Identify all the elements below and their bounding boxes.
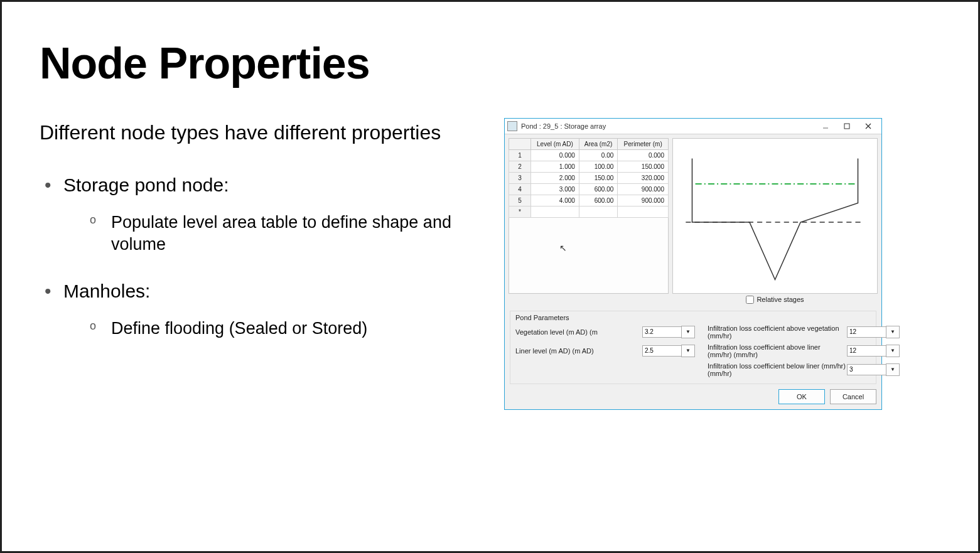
col-level: Level (m AD) [531, 139, 579, 150]
infiltration-below-liner-input[interactable] [847, 364, 887, 375]
pond-parameters-title: Pond Parameters [515, 314, 871, 321]
storage-table-wrap: Level (m AD) Area (m2) Perimeter (m) 1 0… [509, 138, 669, 306]
slide: Node Properties Different node types hav… [0, 0, 980, 553]
infiltration-above-liner-dropdown[interactable]: ▼ [886, 345, 900, 357]
ok-button[interactable]: OK [778, 389, 825, 404]
infiltration-above-liner-label: Infiltration loss coefficient above line… [708, 343, 846, 358]
maximize-button[interactable] [836, 120, 858, 132]
col-area: Area (m2) [579, 139, 617, 150]
liner-level-input[interactable] [642, 345, 682, 357]
infiltration-above-veg-label: Infiltration loss coefficient above vege… [708, 325, 846, 340]
col-rownum [509, 139, 531, 150]
infiltration-above-veg-dropdown[interactable]: ▼ [886, 326, 900, 338]
infiltration-above-liner-input[interactable] [847, 345, 887, 357]
pond-cross-section-graph [672, 138, 878, 294]
infiltration-below-liner-dropdown[interactable]: ▼ [886, 363, 900, 376]
vegetation-level-input[interactable] [642, 326, 682, 338]
text-column: Node Properties Different node types hav… [40, 27, 504, 526]
dialog-button-row: OK Cancel [505, 384, 881, 409]
pond-parameters-group: Pond Parameters Vegetation level (m AD) … [510, 311, 876, 384]
intro-text: Different node types have different prop… [40, 120, 504, 146]
liner-level-label: Liner level (m AD) (m AD) [515, 347, 641, 355]
table-row[interactable]: 3 2.000 150.00 320.000 [509, 173, 669, 184]
sub-bullet-flooding: Define flooding (Sealed or Stored) [63, 318, 504, 340]
liner-level-dropdown[interactable]: ▼ [681, 345, 695, 357]
vegetation-level-label: Vegetation level (m AD) (m [515, 328, 641, 336]
minimize-button[interactable] [815, 120, 836, 132]
dialog-title: Pond : 29_5 : Storage array [521, 122, 815, 130]
vegetation-level-dropdown[interactable]: ▼ [681, 326, 695, 338]
cursor-icon: ↖ [559, 243, 567, 253]
bullet-manholes-label: Manholes: [63, 281, 150, 301]
relative-stages-label: Relative stages [757, 296, 804, 303]
sub-bullet-populate: Populate level area table to define shap… [63, 212, 504, 255]
dialog-titlebar: Pond : 29_5 : Storage array [505, 119, 881, 134]
app-icon [507, 121, 517, 131]
relative-stages-checkbox[interactable] [746, 296, 754, 304]
bullet-storage-pond: Storage pond node: Populate level area t… [40, 174, 504, 255]
table-row-new[interactable]: * [509, 207, 669, 218]
table-row[interactable]: 1 0.000 0.00 0.000 [509, 150, 669, 161]
infiltration-above-veg-input[interactable] [847, 326, 887, 338]
storage-array-dialog: Pond : 29_5 : Storage array [504, 118, 882, 410]
cancel-button[interactable]: Cancel [830, 389, 876, 404]
storage-table[interactable]: Level (m AD) Area (m2) Perimeter (m) 1 0… [509, 138, 669, 218]
svg-rect-1 [844, 124, 849, 129]
col-perim: Perimeter (m) [618, 139, 669, 150]
dialog-column: Pond : 29_5 : Storage array [504, 27, 940, 526]
table-row[interactable]: 5 4.000 600.00 900.000 [509, 195, 669, 207]
page-title: Node Properties [40, 38, 504, 89]
relative-stages-row: Relative stages [672, 294, 878, 306]
close-button[interactable] [858, 120, 879, 132]
table-empty-area: ↖ [509, 218, 669, 294]
infiltration-below-liner-label: Infiltration loss coefficient below line… [708, 362, 846, 377]
table-row[interactable]: 2 1.000 100.00 150.000 [509, 161, 669, 173]
bullet-manholes: Manholes: Define flooding (Sealed or Sto… [40, 281, 504, 340]
bullet-storage-pond-label: Storage pond node: [63, 174, 229, 195]
table-row[interactable]: 4 3.000 600.00 900.000 [509, 184, 669, 195]
